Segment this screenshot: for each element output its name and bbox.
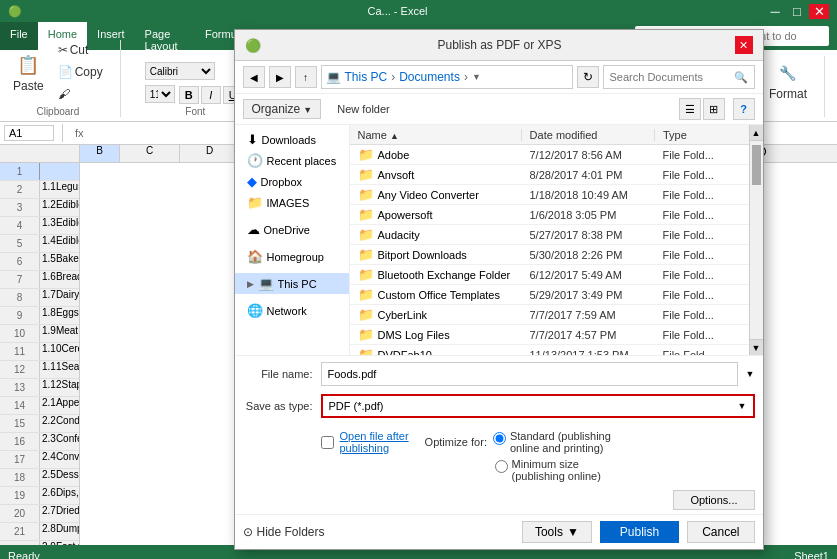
file-row-cyberlink[interactable]: 📁CyberLink 7/7/2017 7:59 AM File Fold...: [350, 305, 749, 325]
tree-item-thispc[interactable]: ▶ 💻 This PC: [235, 273, 349, 294]
file-list-scrollbar[interactable]: ▲ ▼: [749, 125, 763, 355]
view-toggle: ☰ ⊞: [679, 98, 725, 120]
file-type-bitport: File Fold...: [655, 249, 749, 261]
savetype-label: Save as type:: [243, 400, 313, 412]
folder-icon-bitport: 📁: [358, 247, 374, 262]
list-view-btn[interactable]: ☰: [679, 98, 701, 120]
organize-arrow: ▼: [303, 105, 312, 115]
nav-back-btn[interactable]: ◀: [243, 66, 265, 88]
publish-btn[interactable]: Publish: [600, 521, 679, 543]
savetype-select[interactable]: PDF (*.pdf) ▼: [321, 394, 755, 418]
cancel-btn[interactable]: Cancel: [687, 521, 754, 543]
file-list-header: Name ▲ Date modified Type: [350, 125, 749, 145]
filename-dropdown-icon[interactable]: ▼: [746, 369, 755, 379]
folder-icon-dmslog: 📁: [358, 327, 374, 342]
file-list: 📁Adobe 7/12/2017 8:56 AM File Fold... 📁A…: [350, 145, 749, 355]
publish-dialog: 🟢 Publish as PDF or XPS ✕ ◀ ▶ ↑ 💻 This P…: [234, 29, 764, 550]
thispc-expand-icon: ▶: [247, 279, 254, 289]
images-icon: 📁: [247, 195, 263, 210]
standard-label[interactable]: Standard (publishingonline and printing): [510, 430, 611, 454]
file-name-adobe: 📁Adobe: [350, 147, 522, 162]
file-row-audacity[interactable]: 📁Audacity 5/27/2017 8:38 PM File Fold...: [350, 225, 749, 245]
minimum-radio[interactable]: [495, 460, 508, 473]
thispc-label: This PC: [278, 278, 317, 290]
breadcrumb-documents[interactable]: Documents: [399, 70, 460, 84]
file-row-bluetooth[interactable]: 📁Bluetooth Exchange Folder 6/12/2017 5:4…: [350, 265, 749, 285]
file-type-cyberlink: File Fold...: [655, 309, 749, 321]
open-after-checkbox[interactable]: [321, 436, 334, 449]
folder-icon-bluetooth: 📁: [358, 267, 374, 282]
new-folder-btn[interactable]: New folder: [329, 101, 398, 117]
savetype-row: Save as type: PDF (*.pdf) ▼: [235, 392, 763, 424]
dialog-close-btn[interactable]: ✕: [735, 36, 753, 54]
tree-item-network[interactable]: 🌐 Network: [235, 300, 349, 321]
breadcrumb-sep-2: ›: [464, 70, 468, 84]
dialog-action-btns: Tools ▼ Publish Cancel: [522, 521, 755, 543]
file-row-dvdfab10[interactable]: 📁DVDFab10 11/13/2017 1:53 PM File Fold..…: [350, 345, 749, 355]
minimum-label[interactable]: Minimum size(publishing online): [512, 458, 601, 482]
recent-label: Recent places: [267, 155, 337, 167]
file-row-anvsoft[interactable]: 📁Anvsoft 8/28/2017 4:01 PM File Fold...: [350, 165, 749, 185]
breadcrumb-this-pc[interactable]: This PC: [345, 70, 388, 84]
tools-label: Tools: [535, 525, 563, 539]
file-name-cyberlink: 📁CyberLink: [350, 307, 522, 322]
tree-item-images[interactable]: 📁 IMAGES: [235, 192, 349, 213]
options-btn-row: Options...: [235, 488, 763, 514]
breadcrumb-icon: 💻: [326, 70, 341, 84]
folder-icon-apowersoft: 📁: [358, 207, 374, 222]
open-after-label[interactable]: Open file afterpublishing: [340, 430, 409, 454]
dialog-excel-icon: 🟢: [245, 38, 261, 53]
tree-item-onedrive[interactable]: ☁ OneDrive: [235, 219, 349, 240]
options-btn[interactable]: Options...: [673, 490, 754, 510]
open-after-publish-row: Open file afterpublishing: [321, 430, 409, 454]
file-row-apowersoft[interactable]: 📁Apowersoft 1/6/2018 3:05 PM File Fold..…: [350, 205, 749, 225]
search-documents-input[interactable]: [610, 71, 730, 83]
file-type-dmslog: File Fold...: [655, 329, 749, 341]
organize-label: Organize: [252, 102, 301, 116]
file-row-adobe[interactable]: 📁Adobe 7/12/2017 8:56 AM File Fold...: [350, 145, 749, 165]
folder-icon-audacity: 📁: [358, 227, 374, 242]
refresh-btn[interactable]: ↻: [577, 66, 599, 88]
dialog-bottom-bar: ⊙ Hide Folders Tools ▼ Publish Cancel: [235, 514, 763, 549]
tools-btn[interactable]: Tools ▼: [522, 521, 592, 543]
col-name-header[interactable]: Name ▲: [350, 129, 522, 141]
optimize-for-label: Optimize for:: [425, 436, 487, 448]
file-row-dmslog[interactable]: 📁DMS Log Files 7/7/2017 4:57 PM File Fol…: [350, 325, 749, 345]
file-type-anvsoft: File Fold...: [655, 169, 749, 181]
hide-folders-btn[interactable]: ⊙ Hide Folders: [243, 525, 325, 539]
file-row-customtpl[interactable]: 📁Custom Office Templates 5/29/2017 3:49 …: [350, 285, 749, 305]
publish-label: Publish: [620, 525, 659, 539]
dropbox-icon: ◆: [247, 174, 257, 189]
homegroup-icon: 🏠: [247, 249, 263, 264]
tree-item-dropbox[interactable]: ◆ Dropbox: [235, 171, 349, 192]
help-btn[interactable]: ?: [733, 98, 755, 120]
excel-window: 🟢 Ca... - Excel ─ □ ✕ File Home Insert P…: [0, 0, 837, 559]
file-name-bitport: 📁Bitport Downloads: [350, 247, 522, 262]
filename-input[interactable]: [321, 362, 738, 386]
tree-item-downloads[interactable]: ⬇ Downloads: [235, 129, 349, 150]
scroll-thumb[interactable]: [752, 145, 761, 185]
folder-icon-cyberlink: 📁: [358, 307, 374, 322]
file-row-bitport[interactable]: 📁Bitport Downloads 5/30/2018 2:26 PM Fil…: [350, 245, 749, 265]
detail-view-btn[interactable]: ⊞: [703, 98, 725, 120]
col-date-header[interactable]: Date modified: [522, 129, 655, 141]
scroll-down-btn[interactable]: ▼: [750, 339, 763, 355]
tree-item-recent[interactable]: 🕐 Recent places: [235, 150, 349, 171]
file-name-dmslog: 📁DMS Log Files: [350, 327, 522, 342]
file-row-anyvc[interactable]: 📁Any Video Converter 1/18/2018 10:49 AM …: [350, 185, 749, 205]
scroll-up-btn[interactable]: ▲: [750, 125, 763, 141]
standard-radio[interactable]: [493, 432, 506, 445]
search-icon: 🔍: [734, 71, 748, 84]
thispc-icon: 💻: [258, 276, 274, 291]
nav-up-btn[interactable]: ↑: [295, 66, 317, 88]
dialog-title-bar: 🟢 Publish as PDF or XPS ✕: [235, 30, 763, 61]
file-date-audacity: 5/27/2017 8:38 PM: [522, 229, 655, 241]
organize-btn[interactable]: Organize ▼: [243, 99, 322, 119]
breadcrumb-dropdown-icon[interactable]: ▼: [472, 72, 481, 82]
images-label: IMAGES: [267, 197, 310, 209]
file-name-apowersoft: 📁Apowersoft: [350, 207, 522, 222]
col-type-header[interactable]: Type: [655, 129, 749, 141]
nav-forward-btn[interactable]: ▶: [269, 66, 291, 88]
tree-item-homegroup[interactable]: 🏠 Homegroup: [235, 246, 349, 267]
hide-folders-icon: ⊙: [243, 525, 253, 539]
